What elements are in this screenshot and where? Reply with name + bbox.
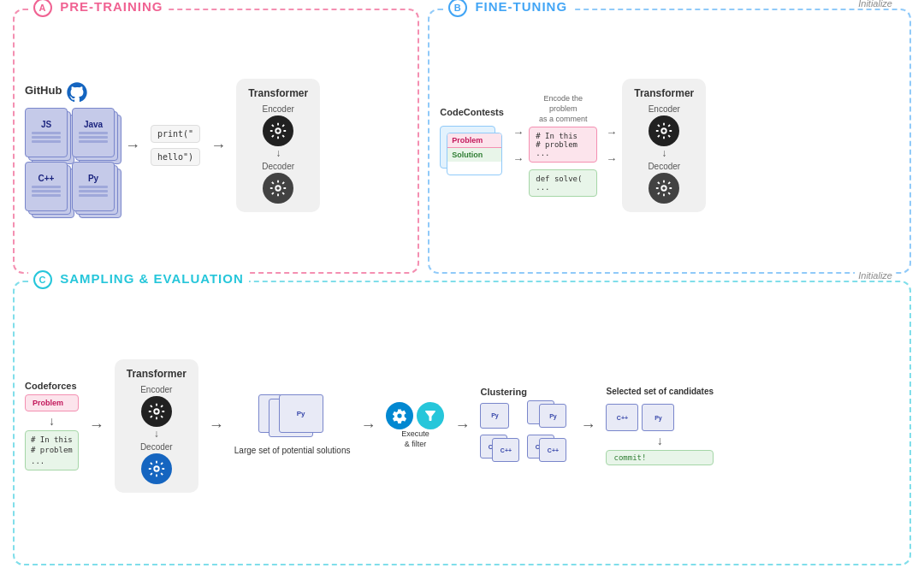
section-label-a: A PRE-TRAINING [28, 0, 169, 17]
codecontests-label: CodeContests [440, 107, 504, 117]
svg-point-3 [662, 186, 667, 191]
transformer-b: Transformer Encoder ↓ Decoder [622, 79, 706, 212]
code-stack-py: Py [72, 162, 115, 211]
encode-hint: Encode the problemas a comment [529, 94, 597, 124]
svg-point-1 [275, 186, 281, 191]
code-lines [32, 186, 61, 198]
github-header: GitHub [25, 80, 115, 104]
comment-green-c: # In this# problem... [25, 430, 79, 471]
arrow-bottom-branch-2: → [606, 152, 617, 165]
def-box-b: def solve(... [529, 169, 597, 197]
decoder-label-a: Decoder [262, 162, 294, 171]
filter-icon [417, 402, 444, 429]
sampling-content: Codeforces Problem ↓ # In this# problem.… [25, 301, 899, 550]
comment-box-b: # In this# problem... [529, 127, 597, 163]
svg-point-5 [154, 466, 159, 471]
arrow-candidates-down: ↓ [606, 435, 714, 447]
transformer-c: Transformer Encoder ↓ Decoder [115, 359, 198, 493]
circle-c: C [33, 270, 52, 289]
arrow-solutions-to-filter: → [357, 417, 379, 435]
ps-card: Problem Solution [447, 133, 502, 175]
mini-cpp-2: C++ [492, 438, 519, 462]
candidates-label: Selected set of candidates [606, 386, 714, 397]
codeforces-section: Codeforces Problem ↓ # In this# problem.… [25, 381, 79, 471]
mini-file-py-1: Py [480, 403, 509, 429]
section-label-c: C SAMPLING & EVALUATION [28, 270, 249, 289]
svg-point-2 [662, 128, 667, 133]
code-card-cpp: C++ [25, 162, 68, 211]
svg-point-0 [275, 128, 281, 133]
arrow-down-a: ↓ [275, 148, 281, 158]
code-stacks-grid: JS Java [25, 108, 115, 211]
cand-cpp: C++ [606, 404, 638, 431]
print-boxes: print(" hello") [151, 125, 200, 166]
github-icon [65, 80, 89, 104]
encoder-gear-a [263, 115, 293, 146]
problem-solution-stack: Problem Solution [440, 126, 504, 184]
panel-finetuning: B FINE-TUNING Initialize CodeContests Pr… [428, 9, 911, 274]
arrow-cf-down: ↓ [25, 415, 79, 427]
github-section: GitHub JS [25, 80, 115, 211]
encoder-gear-b [649, 115, 679, 146]
svg-point-4 [154, 409, 159, 414]
decoder-gear-b [649, 173, 679, 204]
cluster-group-2: C++ C++ [480, 435, 523, 465]
mini-cpp-4: C++ [539, 438, 566, 462]
decoder-label-c: Decoder [140, 442, 173, 452]
arrow-cf-to-transformer: → [86, 417, 108, 435]
encoder-label-c: Encoder [140, 385, 172, 394]
code-outputs: Encode the problemas a comment # In this… [529, 94, 597, 196]
circle-b: B [448, 0, 467, 17]
execute-icon [386, 402, 413, 429]
circle-a: A [33, 0, 52, 17]
candidates-section: Selected set of candidates C++ Py ↓ comm… [606, 386, 714, 465]
arrow-transformer-to-solutions: → [205, 417, 228, 435]
large-solutions-label: Large set of potential solutions [234, 445, 351, 457]
decoder-label-b: Decoder [648, 162, 680, 171]
code-card-js: JS [25, 108, 68, 157]
transformer-title-a: Transformer [248, 87, 308, 99]
bottom-row: C SAMPLING & EVALUATION Initialize Codef… [13, 281, 911, 565]
execute-filter-area: Execute& filter [386, 402, 444, 449]
branch-arrows-2: → → [606, 126, 617, 165]
print-box-2: hello") [151, 148, 200, 166]
transformer-a: Transformer Encoder ↓ Decoder [236, 79, 320, 212]
commit-box: commit! [606, 450, 714, 465]
arrow-top-branch: → [512, 126, 524, 139]
codecontests-section: CodeContests Problem Solution [440, 107, 504, 184]
arrow-down-b1: ↓ [661, 148, 666, 158]
panel-sampling: C SAMPLING & EVALUATION Initialize Codef… [13, 281, 911, 565]
solutions-area: C++ C++ Py Large set of potential soluti… [234, 394, 351, 457]
cand-py: Py [642, 404, 674, 431]
arrow-to-print: → [121, 137, 144, 155]
code-lines [32, 132, 61, 145]
finetuning-content: CodeContests Problem Solution → → Enc [440, 29, 899, 262]
clustering-section: Clustering Py C Py C++ C++ [480, 387, 570, 465]
transformer-title-c: Transformer [127, 368, 187, 380]
problem-pink: Problem [25, 394, 79, 411]
codeforces-label: Codeforces [25, 381, 79, 391]
clustering-label: Clustering [480, 387, 526, 397]
cluster-group-3: C++ C++ [527, 435, 570, 465]
encoder-gear-c [141, 396, 172, 427]
sampling-title: SAMPLING & EVALUATION [60, 271, 244, 286]
panel-pretraining: A PRE-TRAINING GitHub [13, 9, 419, 274]
arrow-to-transformer: → [207, 137, 229, 155]
code-stack-js: JS [25, 108, 68, 157]
transformer-title-b: Transformer [634, 87, 694, 99]
print-box-1: print(" [151, 125, 200, 143]
mini-py-grp: Py [539, 404, 566, 428]
solution-card: Solution [447, 148, 501, 162]
arrow-clustering-to-candidates: → [577, 417, 599, 435]
cluster-row-1: Py [480, 400, 523, 430]
initialize-label-c: Initialize [855, 270, 896, 281]
cluster-group-1: C Py [527, 400, 570, 430]
exec-filter-icons [386, 402, 444, 429]
execute-label: Execute& filter [401, 429, 429, 449]
code-stack-cpp: C++ [25, 162, 68, 211]
solutions-stack: C++ C++ Py [258, 394, 327, 441]
arrow-filter-to-clustering: → [451, 417, 473, 435]
code-lines [79, 186, 108, 198]
arrow-down-c: ↓ [154, 429, 159, 439]
arrow-bottom-branch: → [512, 152, 524, 165]
